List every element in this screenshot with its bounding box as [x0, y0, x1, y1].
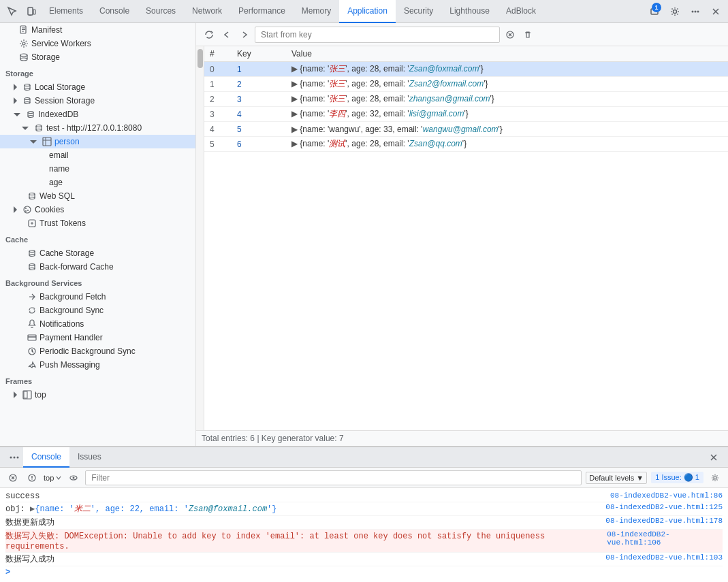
- bottom-tabs: Console Issues: [0, 447, 728, 468]
- table-row[interactable]: 45▶ {name: 'wangwu', age: 33, email: 'wa…: [204, 122, 728, 137]
- inspect-icon[interactable]: [3, 0, 22, 23]
- console-link[interactable]: 08-indexedDB2-vue.html:103: [605, 553, 723, 565]
- settings-icon[interactable]: [665, 0, 684, 23]
- console-pause-button[interactable]: [25, 472, 39, 484]
- console-settings-button[interactable]: [708, 472, 723, 484]
- console-link[interactable]: 08-indexedDB2-vue.html:178: [605, 517, 723, 528]
- sidebar-item-name[interactable]: name: [0, 162, 195, 176]
- console-line: success08-indexedDB2-vue.html:86: [5, 491, 723, 502]
- sidebar-item-storage-link[interactable]: Storage: [0, 50, 195, 64]
- console-filter-input[interactable]: [85, 470, 582, 485]
- tab-memory[interactable]: Memory: [294, 0, 339, 23]
- tab-network[interactable]: Network: [184, 0, 230, 23]
- svg-point-39: [17, 456, 19, 458]
- console-clear-button[interactable]: [5, 472, 20, 484]
- svg-point-17: [28, 116, 33, 118]
- sidebar-item-idb-test[interactable]: test - http://127.0.0.1:8080: [0, 121, 195, 135]
- tab-sources[interactable]: Sources: [138, 0, 184, 23]
- cell-key: 5: [232, 122, 286, 137]
- sidebar-item-cookies[interactable]: Cookies: [0, 203, 195, 216]
- console-context-selector[interactable]: top: [44, 474, 62, 482]
- scroll-thumb[interactable]: [197, 49, 203, 68]
- normal-value: {name: ': [300, 79, 329, 88]
- close-bottom-icon[interactable]: [705, 453, 723, 462]
- table-row[interactable]: 34▶ {name: '李四', age: 32, email: 'lisi@g…: [204, 107, 728, 122]
- console-line-content: 数据写入失败: DOMException: Unable to add key …: [5, 530, 607, 551]
- console-link[interactable]: 08-indexedDB2-vue.html:86: [610, 491, 723, 501]
- sidebar-item-periodic-bg-sync[interactable]: Periodic Background Sync: [0, 344, 195, 358]
- sidebar-item-service-workers[interactable]: Service Workers: [0, 37, 195, 50]
- table-row[interactable]: 56▶ {name: '测试', age: 28, email: 'Zsan@q…: [204, 137, 728, 152]
- more-icon[interactable]: [686, 0, 705, 23]
- sidebar-item-local-storage[interactable]: Local Storage: [0, 80, 195, 94]
- expand-arrow[interactable]: ▶: [291, 64, 300, 74]
- refresh-button[interactable]: [202, 29, 217, 41]
- cell-key: 2: [232, 77, 286, 92]
- sidebar-item-push-messaging[interactable]: Push Messaging: [0, 358, 195, 372]
- sidebar-item-trust-tokens[interactable]: Trust Tokens: [0, 216, 195, 230]
- expand-arrow[interactable]: ▶: [291, 109, 300, 118]
- key-search-input[interactable]: [255, 27, 500, 43]
- console-link[interactable]: 08-indexedDB2-vue.html:106: [607, 530, 723, 551]
- expand-arrow[interactable]: ▶: [291, 139, 300, 148]
- sidebar-item-session-storage[interactable]: Session Storage: [0, 94, 195, 108]
- expand-arrow[interactable]: ▶: [291, 79, 300, 88]
- sidebar-item-frames-top[interactable]: top: [0, 388, 195, 402]
- console-line: obj: ▶{name: '米二', age: 22, email: 'Zsan…: [5, 502, 723, 516]
- console-eye-button[interactable]: [66, 472, 81, 484]
- chinese-value: 张三: [329, 64, 345, 74]
- sidebar-item-age[interactable]: age: [0, 176, 195, 189]
- sync-icon: [27, 306, 37, 315]
- normal-value: '}: [462, 139, 466, 148]
- sidebar-item-payment-handler[interactable]: Payment Handler: [0, 331, 195, 344]
- chevron-down-icon: [55, 474, 62, 481]
- tab-issues-bottom[interactable]: Issues: [69, 447, 110, 468]
- sidebar-item-back-forward-cache[interactable]: Back-forward Cache: [0, 260, 195, 274]
- bottom-more-icon[interactable]: [5, 453, 23, 462]
- sidebar-item-idb-test-label: test - http://127.0.0.1:8080: [46, 123, 142, 133]
- tab-elements[interactable]: Elements: [41, 0, 91, 23]
- svg-rect-20: [43, 138, 51, 146]
- issues-badge[interactable]: 1 Issue: 🔵 1: [651, 472, 703, 483]
- sidebar-item-bg-sync[interactable]: Background Sync: [0, 304, 195, 317]
- tab-performance[interactable]: Performance: [230, 0, 294, 23]
- tab-adblock[interactable]: AdBlock: [498, 0, 544, 23]
- sidebar-item-indexeddb[interactable]: IndexedDB: [0, 108, 195, 121]
- sidebar-item-notifications[interactable]: Notifications: [0, 317, 195, 331]
- sidebar-item-bg-fetch[interactable]: Background Fetch: [0, 290, 195, 304]
- tab-application[interactable]: Application: [339, 0, 396, 23]
- console-link[interactable]: 08-indexedDB2-vue.html:125: [605, 503, 723, 515]
- chinese-value: 张三: [329, 94, 345, 103]
- tab-security[interactable]: Security: [396, 0, 441, 23]
- sidebar-item-cache-storage-label: Cache Storage: [39, 248, 94, 258]
- expand-arrow[interactable]: ▶: [291, 125, 300, 134]
- console-levels-select[interactable]: Default levels ▼: [586, 472, 647, 484]
- delete-button[interactable]: [520, 29, 535, 41]
- sidebar-item-manifest[interactable]: Manifest: [0, 23, 195, 37]
- expand-arrow[interactable]: ▶: [291, 94, 300, 103]
- svg-point-19: [36, 129, 42, 131]
- close-icon[interactable]: [706, 0, 725, 23]
- tab-lighthouse[interactable]: Lighthouse: [441, 0, 498, 23]
- sidebar-item-cache-storage[interactable]: Cache Storage: [0, 246, 195, 260]
- tab-console[interactable]: Console: [91, 0, 138, 23]
- tab-console-bottom[interactable]: Console: [23, 447, 69, 468]
- sidebar-item-web-sql[interactable]: Web SQL: [0, 189, 195, 203]
- back-button[interactable]: [219, 29, 234, 41]
- svg-point-30: [29, 264, 35, 266]
- sidebar-item-name-label: name: [49, 164, 69, 174]
- sidebar-item-email[interactable]: email: [0, 148, 195, 162]
- sidebar-item-periodic-bg-sync-label: Periodic Background Sync: [39, 346, 136, 356]
- fetch-icon: [27, 292, 37, 302]
- table-row[interactable]: 23▶ {name: '张三', age: 28, email: 'zhangs…: [204, 92, 728, 107]
- table-row[interactable]: 01▶ {name: '张三', age: 28, email: 'Zsan@f…: [204, 62, 728, 77]
- notifications-icon[interactable]: 1: [645, 0, 664, 23]
- device-icon[interactable]: [22, 0, 41, 23]
- db-icon-test: [34, 123, 44, 133]
- sidebar-item-person[interactable]: person: [0, 135, 195, 148]
- table-row[interactable]: 12▶ {name: '张三', age: 28, email: 'Zsan2@…: [204, 77, 728, 92]
- console-cursor: >: [5, 568, 10, 577]
- clear-search-button[interactable]: [503, 29, 518, 41]
- forward-button[interactable]: [237, 29, 252, 41]
- table-container: # Key Value 01▶ {name: '张三', age: 28, em…: [204, 46, 728, 430]
